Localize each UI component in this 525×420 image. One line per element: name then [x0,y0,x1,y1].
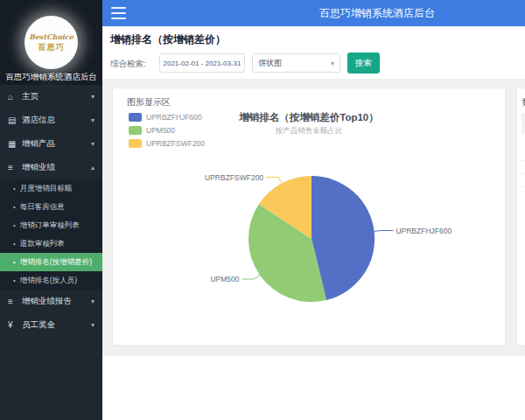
submenu-item-ranking-by-price-diff[interactable]: 增销排名(按增销差价) [0,253,102,271]
sidebar-item-label: 酒店信息 [22,115,91,126]
chevron-down-icon: ▾ [331,60,334,67]
content-area: 图形显示区 UPRBZFHJF600 UPM500 UPRBZFSWF200 增… [102,79,525,356]
chevron-down-icon: ▾ [91,321,94,329]
sidebar-submenu: 月度增销目标额 每日客房信息 增销订单审核列表 退款审核列表 增销排名(按增销差… [0,179,102,290]
data-display-panel-partial: 数 [516,88,525,346]
sidebar-item-label: 增销产品 [22,138,91,150]
sidebar-item-upsell-products[interactable]: ▦ 增销产品 ▾ [0,132,102,156]
sidebar-menu: ⌂ 主页 ▾ ▤ 酒店信息 ▾ ▦ 增销产品 ▾ ≡ 增销业绩 ▴ 月度增销目标… [0,85,102,337]
chart-type-select[interactable]: 饼状图 ▾ [252,53,340,73]
sidebar-item-label: 增销业绩 [22,162,91,173]
chart-display-panel: 图形显示区 UPRBZFHJF600 UPM500 UPRBZFSWF200 增… [112,88,506,346]
search-button[interactable]: 搜索 [347,52,380,74]
sidebar-item-label: 增销业绩报告 [22,296,91,307]
sidebar-item-employee-bonus[interactable]: ¥ 员工奖金 ▾ [0,313,102,337]
app-window: BestChoice 百思巧 百思巧增销系统酒店后台 ⌂ 主页 ▾ ▤ 酒店信息… [0,0,525,420]
chart-type-selected-value: 饼状图 [258,58,331,69]
data-table-header-row [522,113,525,134]
pie-label-leader-line [242,275,261,279]
logo-block: BestChoice 百思巧 百思巧增销系统酒店后台 [0,0,102,85]
chevron-down-icon: ▾ [91,116,94,124]
sidebar-caption: 百思巧增销系统酒店后台 [0,72,102,83]
pie-slice-label: UPM500 [210,275,239,284]
pie-label-leader-line [266,178,282,184]
topbar: 百思巧增销系统酒店后台 [102,0,525,26]
sidebar: BestChoice 百思巧 百思巧增销系统酒店后台 ⌂ 主页 ▾ ▤ 酒店信息… [0,0,102,420]
sidebar-item-performance-report[interactable]: ≡ 增销业绩报告 ▾ [0,290,102,313]
bonus-icon: ¥ [8,320,22,330]
sidebar-item-hotel-info[interactable]: ▤ 酒店信息 ▾ [0,108,102,132]
chevron-down-icon: ▾ [91,298,94,305]
table-row [522,161,525,174]
brand-logo: BestChoice 百思巧 [24,16,78,69]
brand-name-cn: 百思巧 [38,42,65,53]
product-icon: ▦ [8,139,22,149]
hotel-info-icon: ▤ [8,116,22,125]
table-row [522,148,525,161]
search-label: 综合检索: [110,59,146,70]
chevron-up-icon: ▴ [91,164,94,172]
pie-slice-label: UPRBZFSWF200 [205,173,263,182]
pie-label-leader-line [374,231,394,232]
sidebar-item-upsell-performance[interactable]: ≡ 增销业绩 ▴ [0,156,102,179]
brand-name-en: BestChoice [29,32,74,41]
sidebar-item-label: 员工奖金 [22,319,91,331]
home-icon: ⌂ [8,92,22,102]
submenu-item-monthly-target[interactable]: 月度增销目标额 [0,179,102,198]
chevron-down-icon: ▾ [91,93,94,101]
page-title: 增销排名（按增销差价） [110,32,226,47]
hamburger-menu-icon[interactable] [111,7,126,19]
topbar-title: 百思巧增销系统酒店后台 [319,0,435,26]
report-icon: ≡ [8,297,22,306]
date-range-input[interactable] [159,53,245,73]
performance-icon: ≡ [8,163,22,172]
submenu-item-ranking-by-person[interactable]: 增销排名(按人员) [0,271,102,290]
submenu-item-daily-room-info[interactable]: 每日客房信息 [0,198,102,216]
sidebar-item-home[interactable]: ⌂ 主页 ▾ [0,85,102,108]
page-header-zone: 增销排名（按增销差价） 综合检索: 饼状图 ▾ 搜索 [102,26,525,79]
pie-slice-label: UPRBZFHJF600 [396,227,452,235]
submenu-item-refund-review-list[interactable]: 退款审核列表 [0,234,102,253]
table-row [522,174,525,187]
submenu-item-order-review-list[interactable]: 增销订单审核列表 [0,216,102,234]
pie-chart: UPRBZFHJF600UPM500UPRBZFSWF200 [113,88,507,346]
sidebar-item-label: 主页 [22,91,91,102]
chevron-down-icon: ▾ [91,140,94,148]
